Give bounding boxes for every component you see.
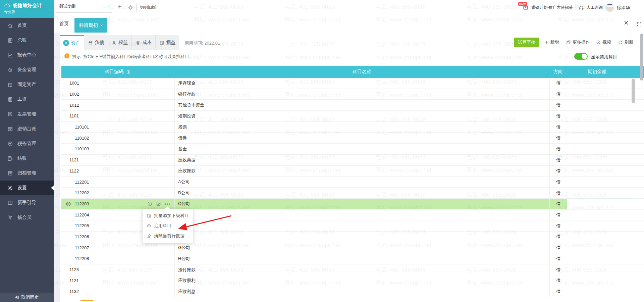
table-row[interactable]: 110103基金借 xyxy=(61,144,644,155)
cell-subject-name[interactable]: 预付账款 xyxy=(174,264,549,275)
cell-direction[interactable]: 借 xyxy=(549,275,567,286)
context-menu-item-1[interactable]: 批量添加下级科目 xyxy=(143,211,193,221)
cell-opening-balance[interactable] xyxy=(567,209,644,220)
chevron-down-icon[interactable] xyxy=(107,4,111,8)
table-row[interactable]: 112207G公司借 xyxy=(61,242,644,253)
cell-subject-code[interactable]: 1131 xyxy=(61,275,174,286)
cell-subject-name[interactable]: 基金 xyxy=(174,144,549,154)
cell-direction[interactable]: 借 xyxy=(549,209,567,220)
table-row[interactable]: 1123预付账款借 xyxy=(61,264,644,275)
show-disabled-toggle[interactable] xyxy=(574,53,588,60)
table-row[interactable]: 1132应收利息借 xyxy=(61,286,644,297)
trial-balance-button[interactable]: 试算平衡 xyxy=(514,38,539,47)
cell-direction[interactable]: 借 xyxy=(549,111,567,121)
cell-subject-name[interactable]: 股票 xyxy=(174,122,549,133)
cell-direction[interactable]: 借 xyxy=(549,286,567,297)
cell-subject-name[interactable]: A公司 xyxy=(174,177,549,187)
cell-subject-name[interactable]: H公司 xyxy=(174,253,549,264)
close-icon[interactable]: × xyxy=(624,18,628,28)
cell-subject-name[interactable]: 债券 xyxy=(174,133,549,143)
cell-opening-balance[interactable] xyxy=(567,122,644,133)
table-row[interactable]: 1121应收票据借 xyxy=(61,155,644,166)
cell-direction[interactable]: 借 xyxy=(549,89,567,100)
cell-opening-balance[interactable] xyxy=(567,166,644,177)
promo-video-icon[interactable]: NEW xyxy=(523,5,529,10)
edit-icon[interactable] xyxy=(156,201,161,206)
table-row[interactable]: 112201A公司借 xyxy=(61,177,644,188)
table-row[interactable]: 110101股票借 xyxy=(61,122,644,133)
promo-link[interactable]: 赚钱计划-推广大使招募 xyxy=(531,5,573,10)
tab-home[interactable]: 首页 xyxy=(54,15,74,33)
cell-direction[interactable]: 借 xyxy=(549,199,567,209)
video-button[interactable]: 视频 xyxy=(596,39,611,45)
cell-direction[interactable]: 借 xyxy=(549,133,567,143)
cell-opening-balance[interactable] xyxy=(567,264,644,275)
cell-subject-code[interactable]: 112201 xyxy=(61,177,174,187)
sidebar-item-14[interactable]: 畅会员 xyxy=(0,210,54,225)
cell-opening-balance[interactable] xyxy=(567,155,644,165)
cell-direction[interactable]: 借 xyxy=(549,253,567,264)
sidebar-item-12[interactable]: 设置 xyxy=(0,181,54,195)
cell-subject-code[interactable]: 1012 xyxy=(61,100,174,110)
refresh-button[interactable]: 刷新 xyxy=(618,39,633,45)
cell-direction[interactable]: 借 xyxy=(549,155,567,165)
cell-direction[interactable]: 借 xyxy=(549,122,567,133)
cell-subject-code[interactable]: 1101 xyxy=(61,111,174,121)
cell-direction[interactable]: 借 xyxy=(549,232,567,242)
cell-direction[interactable]: 借 xyxy=(549,166,567,177)
cell-subject-name[interactable]: B公司 xyxy=(174,188,549,198)
cell-opening-balance[interactable] xyxy=(567,232,644,242)
table-row[interactable]: 112203•••C公司借 xyxy=(61,199,644,210)
cell-subject-code[interactable]: 112207 xyxy=(61,242,174,253)
cell-opening-balance[interactable] xyxy=(567,144,644,154)
cell-direction[interactable]: 借 xyxy=(549,78,567,89)
sidebar-item-9[interactable]: 税务管理 xyxy=(0,136,54,151)
cell-subject-name[interactable]: 应收利息 xyxy=(174,286,549,297)
window-scrollbar-thumb[interactable] xyxy=(640,34,643,81)
cell-subject-code[interactable]: 110101 xyxy=(61,122,174,133)
cell-direction[interactable]: 借 xyxy=(549,100,567,110)
sidebar-item-7[interactable]: 发票管理 xyxy=(0,107,54,121)
unpin-button[interactable]: 取消固定 xyxy=(0,293,54,302)
cell-opening-balance[interactable] xyxy=(567,286,644,297)
table-row[interactable]: 112202B公司借 xyxy=(61,188,644,199)
cell-subject-code[interactable]: 112203••• xyxy=(61,199,174,209)
add-child-icon[interactable] xyxy=(147,201,152,206)
add-button[interactable]: + 新增 xyxy=(545,39,559,45)
sidebar-item-8[interactable]: 进销台账 xyxy=(0,121,54,136)
cell-direction[interactable]: 借 xyxy=(549,144,567,154)
cell-subject-name[interactable]: 银行存款 xyxy=(174,89,549,100)
category-tab-3[interactable]: 权益 xyxy=(108,35,131,50)
cell-subject-name[interactable] xyxy=(174,232,549,242)
cell-subject-code[interactable]: 1002 xyxy=(61,89,174,100)
cell-subject-code[interactable]: 1132 xyxy=(61,286,174,297)
cell-direction[interactable]: 借 xyxy=(549,220,567,231)
table-row[interactable]: 1002银行存款借 xyxy=(61,89,644,100)
table-row[interactable]: 112208H公司借 xyxy=(61,253,644,264)
username[interactable]: 徐泽华 xyxy=(617,5,630,11)
cell-opening-balance[interactable] xyxy=(567,220,644,231)
sidebar-item-6[interactable]: 工资 xyxy=(0,92,54,107)
cell-opening-balance[interactable] xyxy=(567,133,644,143)
cell-direction[interactable]: 借 xyxy=(549,188,567,198)
cell-subject-code[interactable]: 112202 xyxy=(61,188,174,198)
table-row[interactable]: 1001库存现金借 xyxy=(61,78,644,89)
cell-subject-name[interactable]: 库存现金 xyxy=(174,78,549,89)
category-tab-5[interactable]: 损益 xyxy=(155,35,179,50)
cell-subject-name[interactable]: C公司 xyxy=(174,199,549,209)
tab-close-icon[interactable]: × xyxy=(100,23,103,28)
context-menu-item-2[interactable]: 启用科目 xyxy=(143,221,193,231)
cell-direction[interactable]: 借 xyxy=(549,177,567,187)
column-settings-gear-icon[interactable] xyxy=(126,69,131,74)
cell-direction[interactable]: 借 xyxy=(549,264,567,275)
cell-direction[interactable]: 借 xyxy=(549,242,567,253)
cell-subject-code[interactable]: 1122 xyxy=(61,166,174,177)
more-dots-icon[interactable]: ••• xyxy=(165,201,170,206)
sidebar-item-4[interactable]: 资金管理 xyxy=(0,62,54,77)
disabled-circle-x-icon[interactable] xyxy=(66,201,71,207)
cell-opening-balance[interactable] xyxy=(567,253,644,264)
avatar[interactable] xyxy=(605,3,614,12)
cell-opening-balance[interactable] xyxy=(567,199,636,209)
context-menu-item-3[interactable]: 清除当前行数据 xyxy=(143,231,193,241)
table-row[interactable]: 110102债券借 xyxy=(61,133,644,144)
